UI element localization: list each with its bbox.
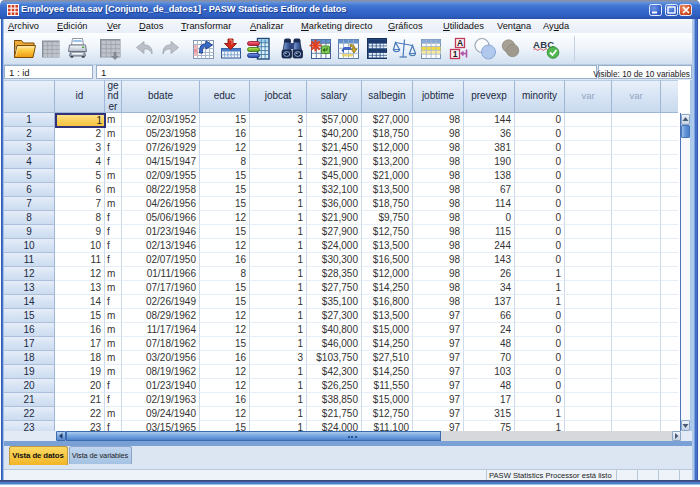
svg-text:1: 1 xyxy=(453,49,458,59)
svg-text:A: A xyxy=(457,38,463,48)
